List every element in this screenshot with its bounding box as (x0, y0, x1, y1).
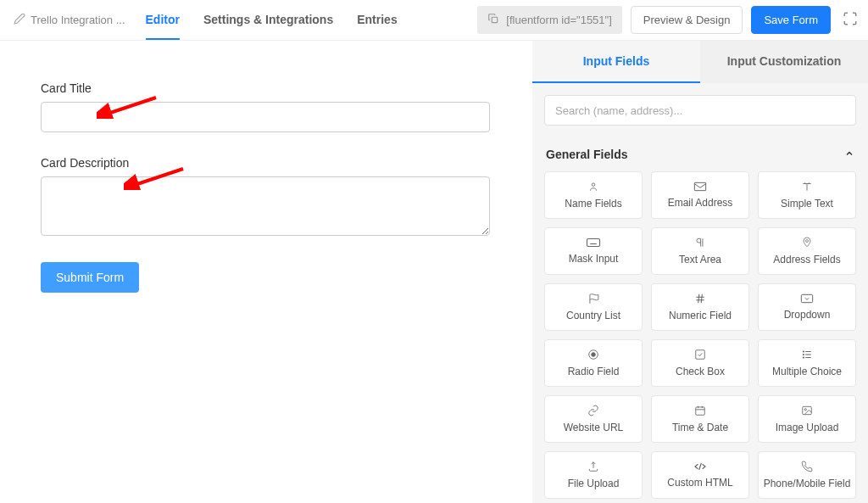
field-tile-website-url[interactable]: Website URL (544, 395, 643, 443)
fields-grid: Name FieldsEmail AddressSimple TextMask … (532, 171, 868, 503)
topbar-left: Trello Integration ... Editor Settings &… (7, 1, 477, 40)
tab-entries[interactable]: Entries (357, 1, 397, 40)
sidebar: Input Fields Input Customization General… (532, 41, 868, 503)
field-tile-label: Text Area (679, 254, 721, 265)
form-name[interactable]: Trello Integration ... (14, 13, 125, 27)
field-tile-label: Simple Text (781, 198, 833, 210)
code-icon (693, 461, 707, 473)
radio-icon (587, 349, 599, 362)
edit-icon (14, 13, 25, 27)
field-tile-label: Custom HTML (667, 477, 732, 489)
field-tile-country-list[interactable]: Country List (544, 283, 643, 331)
submit-button[interactable]: Submit Form (41, 262, 139, 293)
svg-point-26 (804, 409, 806, 411)
field-tile-label: Address Fields (773, 254, 840, 265)
field-tile-check-box[interactable]: Check Box (651, 339, 749, 387)
paragraph-icon (694, 237, 706, 250)
field-tile-label: Radio Field (568, 366, 620, 377)
shortcode-text: [fluentform id="1551"] (506, 14, 612, 26)
field-tile-label: Image Upload (776, 422, 839, 433)
field-tile-radio-field[interactable]: Radio Field (544, 339, 643, 387)
field-tile-email-address[interactable]: Email Address (651, 171, 749, 219)
field-tile-label: Mask Input (569, 253, 619, 265)
field-tile-label: Website URL (564, 422, 623, 433)
upload-icon (587, 461, 599, 474)
main: Card Title Card Description Submit Form … (0, 41, 868, 503)
tab-settings[interactable]: Settings & Integrations (203, 1, 333, 40)
field-tile-label: Name Fields (565, 198, 621, 210)
preview-button[interactable]: Preview & Design (631, 6, 743, 34)
dropdown-icon (800, 293, 814, 305)
field-tile-dropdown[interactable]: Dropdown (758, 283, 856, 331)
topbar: Trello Integration ... Editor Settings &… (0, 0, 868, 41)
card-description-label: Card Description (41, 156, 492, 170)
nav-tabs: Editor Settings & Integrations Entries (146, 1, 398, 40)
phone-icon (801, 461, 813, 474)
svg-rect-0 (492, 17, 498, 22)
field-tile-label: Time & Date (672, 422, 728, 433)
shortcode-box[interactable]: [fluentform id="1551"] (477, 6, 622, 34)
svg-point-18 (803, 351, 804, 352)
field-tile-mask-input[interactable]: Mask Input (544, 227, 643, 275)
field-tile-label: File Upload (568, 478, 620, 489)
field-tile-custom-html[interactable]: Custom HTML (651, 451, 749, 499)
field-tile-file-upload[interactable]: File Upload (544, 451, 643, 499)
field-tile-text-area[interactable]: Text Area (651, 227, 749, 275)
field-tile-label: Multiple Choice (772, 366, 842, 377)
card-description-group[interactable]: Card Description (41, 156, 492, 238)
form-canvas: Card Title Card Description Submit Form (0, 41, 532, 503)
checkbox-icon (694, 349, 706, 362)
svg-point-3 (592, 183, 595, 187)
svg-rect-4 (694, 182, 705, 190)
image-icon (801, 405, 813, 418)
svg-rect-14 (696, 350, 705, 360)
pin-icon (802, 237, 812, 250)
svg-rect-5 (587, 239, 600, 247)
search-input[interactable] (544, 95, 856, 126)
svg-line-10 (701, 294, 702, 304)
card-title-input[interactable] (41, 102, 490, 132)
flag-icon (587, 293, 599, 306)
save-button[interactable]: Save Form (751, 6, 831, 34)
field-tile-label: Check Box (676, 366, 725, 377)
keyboard-icon (586, 238, 601, 249)
form-name-text: Trello Integration ... (31, 14, 125, 26)
svg-line-9 (698, 294, 699, 304)
list-icon (801, 349, 813, 362)
svg-line-27 (699, 463, 702, 470)
field-tile-name-fields[interactable]: Name Fields (544, 171, 643, 219)
field-tile-image-upload[interactable]: Image Upload (758, 395, 856, 443)
search-wrap (532, 83, 868, 137)
topbar-right: [fluentform id="1551"] Preview & Design … (477, 6, 861, 34)
tab-input-fields[interactable]: Input Fields (532, 41, 700, 83)
section-title: General Fields (546, 148, 627, 161)
chevron-up-icon (844, 148, 854, 161)
fullscreen-icon[interactable] (839, 8, 861, 32)
svg-point-13 (592, 353, 596, 357)
hash-icon (694, 293, 706, 306)
field-tile-label: Dropdown (784, 309, 831, 321)
svg-rect-25 (803, 406, 812, 414)
field-tile-label: Country List (566, 310, 620, 321)
svg-rect-21 (696, 407, 705, 415)
calendar-icon (694, 405, 706, 418)
svg-rect-11 (801, 294, 812, 302)
field-tile-label: Email Address (668, 197, 733, 209)
tab-input-customization[interactable]: Input Customization (700, 41, 868, 83)
field-tile-multiple-choice[interactable]: Multiple Choice (758, 339, 856, 387)
field-tile-time-date[interactable]: Time & Date (651, 395, 749, 443)
svg-point-6 (806, 240, 809, 243)
field-tile-phone-mobile-field[interactable]: Phone/Mobile Field (758, 451, 856, 499)
section-header-general[interactable]: General Fields (532, 137, 868, 171)
field-tile-simple-text[interactable]: Simple Text (758, 171, 856, 219)
mail-icon (693, 182, 707, 193)
person-icon (587, 181, 599, 194)
svg-point-19 (803, 354, 804, 355)
field-tile-label: Numeric Field (669, 310, 732, 321)
field-tile-address-fields[interactable]: Address Fields (758, 227, 856, 275)
card-description-input[interactable] (41, 176, 490, 236)
field-tile-numeric-field[interactable]: Numeric Field (651, 283, 749, 331)
link-icon (587, 405, 599, 418)
tab-editor[interactable]: Editor (146, 1, 180, 40)
card-title-group[interactable]: Card Title (41, 81, 492, 132)
